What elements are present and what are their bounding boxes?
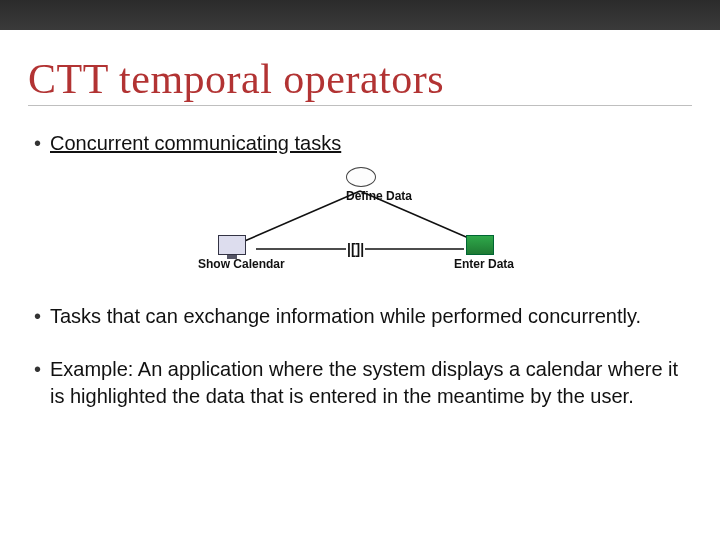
right-node: Enter Data: [466, 235, 514, 271]
interaction-icon: [466, 235, 494, 255]
bullet-list-3: Example: An application where the system…: [34, 356, 682, 410]
left-label: Show Calendar: [198, 257, 285, 271]
root-label: Define Data: [346, 189, 412, 203]
bullet-1-text: Concurrent communicating tasks: [50, 132, 341, 154]
left-node: Show Calendar: [218, 235, 285, 271]
cloud-icon: [346, 167, 376, 187]
bullet-2-text: Tasks that can exchange information whil…: [50, 305, 641, 327]
bullet-list-2: Tasks that can exchange information whil…: [34, 303, 682, 330]
bullet-item-2: Tasks that can exchange information whil…: [34, 303, 682, 330]
window-top-bar: [0, 0, 720, 30]
title-underline: [28, 105, 692, 106]
right-label: Enter Data: [454, 257, 514, 271]
bullet-list: Concurrent communicating tasks: [34, 130, 682, 157]
ctt-diagram: Define Data Show Calendar Enter Data |[]…: [170, 165, 550, 285]
operator-label: |[]|: [346, 241, 365, 257]
root-node: Define Data: [346, 167, 412, 203]
spacer: [28, 338, 692, 356]
bullet-item-1: Concurrent communicating tasks: [34, 130, 682, 157]
slide-title: CTT temporal operators: [28, 55, 692, 103]
bullet-item-3: Example: An application where the system…: [34, 356, 682, 410]
monitor-icon: [218, 235, 246, 255]
bullet-3-text: Example: An application where the system…: [50, 358, 678, 407]
slide-body: CTT temporal operators Concurrent commun…: [0, 45, 720, 540]
